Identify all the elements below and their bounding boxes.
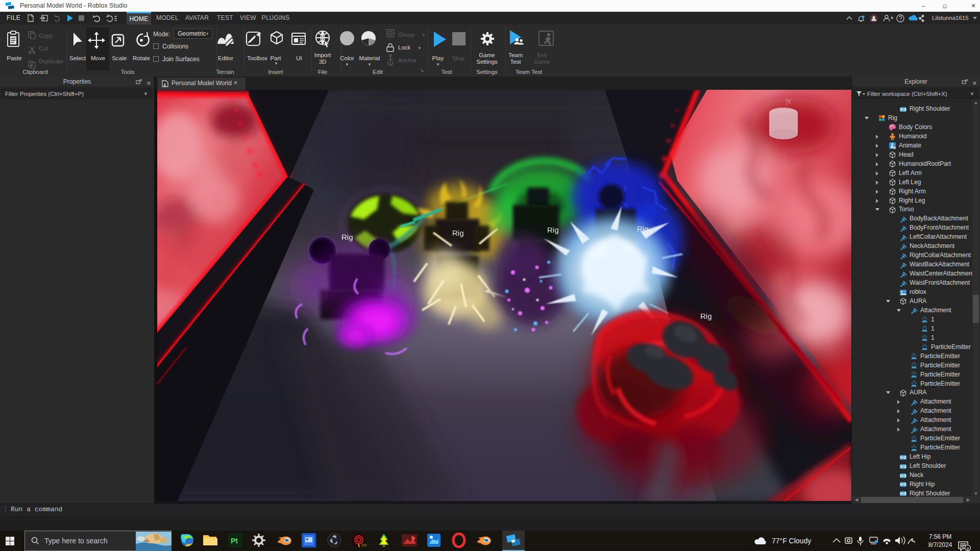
svg-text:Y: Y <box>787 98 791 106</box>
svg-text:Rig: Rig <box>452 229 464 237</box>
svg-text:101: 101 <box>361 543 366 547</box>
svg-text:8: 8 <box>967 546 969 551</box>
svg-text:Rig: Rig <box>700 312 712 320</box>
svg-text:Rig: Rig <box>341 233 353 241</box>
svg-text:Rig: Rig <box>637 224 649 233</box>
svg-text:Pt: Pt <box>231 537 238 545</box>
svg-text:Rig: Rig <box>547 226 559 234</box>
